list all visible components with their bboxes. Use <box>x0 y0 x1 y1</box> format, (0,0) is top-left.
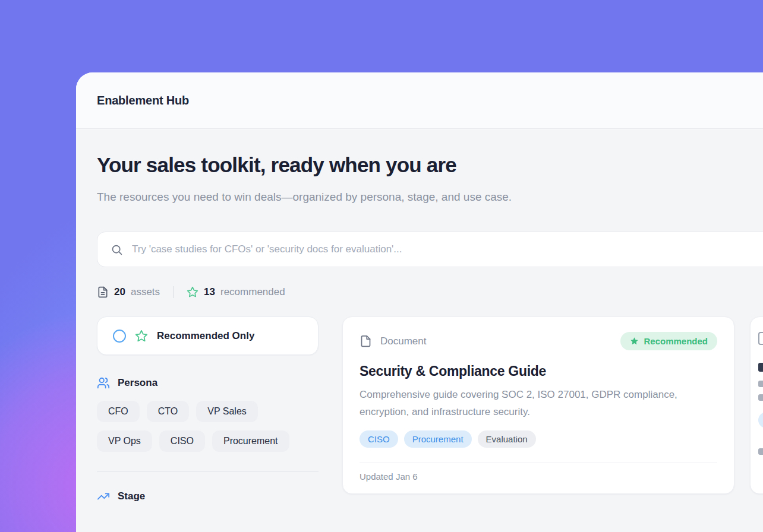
persona-section-label: Persona <box>118 377 157 389</box>
recommended-only-label: Recommended Only <box>157 330 254 342</box>
assets-stat: 20 assets <box>97 286 160 298</box>
partial-card-title-fragment <box>758 363 763 372</box>
recommended-badge-label: Recommended <box>644 336 708 346</box>
stats-row: 20 assets 13 recommended <box>97 286 763 298</box>
card-title: Security & Compliance Guide <box>360 363 717 379</box>
file-text-icon <box>97 286 109 298</box>
search-input[interactable] <box>132 243 763 255</box>
card-updated-date: Updated Jan 6 <box>360 463 717 482</box>
enablement-hub-panel: Enablement Hub Your sales toolkit, ready… <box>76 72 763 532</box>
page-subtitle: The resources you need to win deals—orga… <box>97 186 566 208</box>
screen: Enablement Hub Your sales toolkit, ready… <box>0 0 763 532</box>
tag-ciso: CISO <box>360 430 398 448</box>
partial-card-tag-fragment <box>758 412 763 428</box>
recommended-label: recommended <box>220 286 285 298</box>
search-bar[interactable] <box>97 232 763 267</box>
tag-procurement: Procurement <box>404 430 472 448</box>
card-tags: CISO Procurement Evaluation <box>360 430 717 448</box>
star-filled-icon <box>630 337 639 346</box>
persona-chip-cfo[interactable]: CFO <box>97 401 140 422</box>
persona-chips: CFO CTO VP Sales VP Ops CISO Procurement <box>97 401 319 452</box>
users-icon <box>97 376 110 390</box>
cards-area: Document Recommended Security & Complian… <box>342 316 763 503</box>
app-title: Enablement Hub <box>97 94 189 107</box>
partial-card-footer-fragment <box>758 448 763 455</box>
persona-chip-vp-sales[interactable]: VP Sales <box>196 401 258 422</box>
file-icon <box>360 335 372 347</box>
assets-count: 20 <box>114 286 125 298</box>
recommended-only-toggle[interactable]: Recommended Only <box>97 316 319 355</box>
stage-section-header: Stage <box>97 490 319 503</box>
asset-card-partial[interactable] <box>750 316 763 494</box>
partial-card-text-fragment <box>758 394 763 401</box>
assets-label: assets <box>131 286 160 298</box>
card-top-row: Document Recommended <box>360 332 717 350</box>
recommended-badge: Recommended <box>620 332 717 350</box>
panel-body: Your sales toolkit, ready when you are T… <box>76 129 763 532</box>
filters-sidebar: Recommended Only Persona CFO CTO VP Sale… <box>97 316 319 503</box>
radio-circle-icon[interactable] <box>113 330 126 343</box>
tag-evaluation: Evaluation <box>478 430 536 448</box>
stage-section-label: Stage <box>118 490 145 502</box>
persona-chip-cto[interactable]: CTO <box>147 401 189 422</box>
recommended-stat: 13 recommended <box>187 286 285 298</box>
star-outline-icon <box>135 330 148 343</box>
partial-card-text-fragment <box>758 381 763 387</box>
panel-header: Enablement Hub <box>76 72 763 129</box>
card-type-label: Document <box>380 335 426 347</box>
page-title: Your sales toolkit, ready when you are <box>97 153 763 177</box>
stats-divider <box>173 286 174 298</box>
file-icon <box>758 332 763 345</box>
trending-up-icon <box>97 490 110 503</box>
card-description: Comprehensive guide covering SOC 2, ISO … <box>360 386 717 420</box>
recommended-count: 13 <box>204 286 215 298</box>
persona-chip-ciso[interactable]: CISO <box>159 430 205 452</box>
persona-chip-procurement[interactable]: Procurement <box>212 430 289 452</box>
persona-chip-vp-ops[interactable]: VP Ops <box>97 430 152 452</box>
star-outline-icon <box>187 286 198 298</box>
card-type: Document <box>360 335 426 347</box>
sidebar-divider <box>97 471 319 472</box>
persona-section-header: Persona <box>97 376 319 390</box>
search-icon <box>111 243 123 256</box>
asset-card-security-compliance-guide[interactable]: Document Recommended Security & Complian… <box>342 316 734 494</box>
content-row: Recommended Only Persona CFO CTO VP Sale… <box>97 316 763 503</box>
